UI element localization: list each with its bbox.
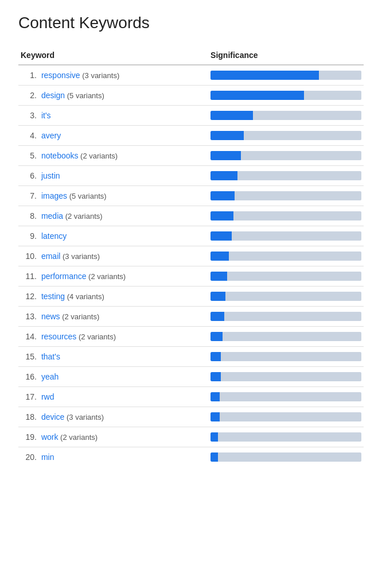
significance-cell (208, 387, 364, 407)
keyword-link[interactable]: avery (41, 131, 61, 140)
keyword-cell: 20. min (18, 447, 208, 467)
significance-cell (208, 146, 364, 166)
bar-background (211, 131, 361, 140)
table-row: 19. work (2 variants) (18, 427, 364, 447)
significance-cell (208, 347, 364, 367)
keyword-link[interactable]: work (41, 432, 59, 442)
keyword-cell: 10. email (3 variants) (18, 246, 208, 266)
bar-background (211, 352, 361, 361)
significance-cell (208, 287, 364, 307)
bar-background (211, 392, 361, 401)
keyword-link[interactable]: yeah (41, 372, 59, 381)
row-number: 16. (21, 372, 37, 381)
keyword-link[interactable]: email (41, 252, 60, 261)
keyword-variants: (2 variants) (79, 152, 118, 160)
bar-fill (211, 231, 232, 241)
keyword-cell: 4. avery (18, 126, 208, 146)
keyword-link[interactable]: responsive (41, 71, 80, 80)
bar-fill (211, 252, 229, 261)
bar-fill (211, 211, 233, 220)
bar-background (211, 211, 361, 220)
col-header-keyword: Keyword (18, 46, 208, 65)
table-row: 14. resources (2 variants) (18, 327, 364, 347)
keyword-link[interactable]: resources (41, 332, 76, 341)
keyword-variants: (2 variants) (86, 272, 126, 281)
significance-cell (208, 246, 364, 266)
keyword-link[interactable]: media (41, 211, 63, 220)
keyword-link[interactable]: testing (41, 292, 65, 301)
bar-fill (211, 91, 304, 100)
significance-cell (208, 106, 364, 126)
keyword-link[interactable]: rwd (41, 392, 54, 401)
row-number: 19. (21, 432, 37, 442)
bar-background (211, 231, 361, 241)
row-number: 3. (21, 111, 37, 120)
bar-background (211, 272, 361, 281)
bar-background (211, 111, 361, 120)
keyword-cell: 12. testing (4 variants) (18, 287, 208, 307)
table-row: 1. responsive (3 variants) (18, 65, 364, 86)
row-number: 5. (21, 151, 37, 160)
bar-background (211, 372, 361, 381)
keyword-variants: (5 variants) (67, 192, 107, 200)
bar-fill (211, 352, 221, 361)
significance-cell (208, 126, 364, 146)
table-row: 20. min (18, 447, 364, 467)
bar-background (211, 71, 361, 80)
row-number: 7. (21, 191, 37, 200)
keyword-cell: 19. work (2 variants) (18, 427, 208, 447)
keyword-link[interactable]: images (41, 191, 67, 200)
table-row: 7. images (5 variants) (18, 186, 364, 206)
significance-cell (208, 407, 364, 427)
keyword-cell: 18. device (3 variants) (18, 407, 208, 427)
keyword-variants: (2 variants) (58, 433, 98, 442)
bar-background (211, 171, 361, 180)
table-row: 3. it's (18, 106, 364, 126)
bar-background (211, 252, 361, 261)
keyword-link[interactable]: justin (41, 171, 60, 180)
row-number: 11. (21, 272, 37, 281)
keyword-link[interactable]: device (41, 412, 64, 421)
significance-cell (208, 206, 364, 226)
col-header-significance: Significance (208, 46, 364, 65)
bar-fill (211, 151, 241, 160)
table-row: 10. email (3 variants) (18, 246, 364, 266)
keyword-variants: (2 variants) (63, 212, 103, 220)
keyword-cell: 13. news (2 variants) (18, 307, 208, 327)
keyword-cell: 8. media (2 variants) (18, 206, 208, 226)
significance-cell (208, 367, 364, 387)
keyword-link[interactable]: min (41, 452, 54, 462)
row-number: 17. (21, 392, 37, 401)
keyword-link[interactable]: notebooks (41, 151, 79, 160)
row-number: 18. (21, 412, 37, 421)
row-number: 2. (21, 91, 37, 100)
bar-fill (211, 272, 227, 281)
row-number: 8. (21, 211, 37, 220)
table-row: 17. rwd (18, 387, 364, 407)
keyword-cell: 2. design (5 variants) (18, 86, 208, 106)
bar-fill (211, 191, 235, 200)
bar-background (211, 292, 361, 301)
bar-background (211, 312, 361, 321)
keyword-link[interactable]: performance (41, 272, 87, 281)
keyword-variants: (3 variants) (80, 71, 120, 80)
keyword-link[interactable]: that's (41, 352, 60, 361)
keyword-variants: (4 variants) (65, 292, 104, 301)
keyword-cell: 5. notebooks (2 variants) (18, 146, 208, 166)
keyword-cell: 15. that's (18, 347, 208, 367)
row-number: 15. (21, 352, 37, 361)
row-number: 6. (21, 171, 37, 180)
bar-background (211, 191, 361, 200)
keyword-variants: (2 variants) (76, 332, 116, 341)
row-number: 10. (21, 252, 37, 261)
keyword-link[interactable]: news (41, 312, 60, 321)
bar-fill (211, 111, 253, 120)
keyword-link[interactable]: design (41, 91, 65, 100)
bar-fill (211, 412, 220, 421)
bar-background (211, 91, 361, 100)
table-row: 13. news (2 variants) (18, 307, 364, 327)
keyword-variants: (2 variants) (60, 312, 100, 321)
keyword-link[interactable]: latency (41, 231, 67, 241)
keyword-link[interactable]: it's (41, 111, 51, 120)
keyword-cell: 14. resources (2 variants) (18, 327, 208, 347)
